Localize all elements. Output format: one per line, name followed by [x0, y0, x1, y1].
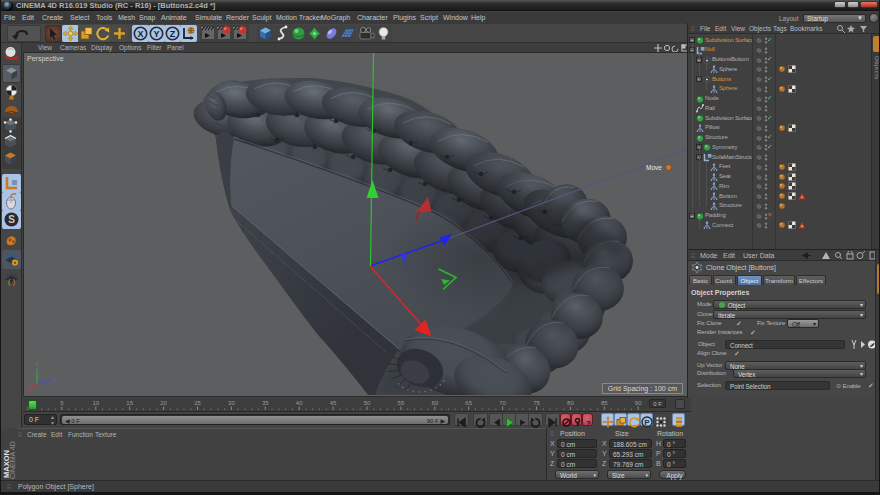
- svg-text:X: X: [26, 385, 30, 391]
- svg-text:25: 25: [194, 400, 201, 406]
- svg-text:S: S: [8, 214, 15, 225]
- svg-text:P: P: [644, 418, 650, 427]
- svg-text:50: 50: [364, 400, 371, 406]
- svg-text:15: 15: [126, 400, 133, 406]
- svg-text:75: 75: [533, 400, 540, 406]
- svg-text:85: 85: [601, 400, 608, 406]
- svg-text:X: X: [137, 29, 143, 39]
- svg-text:Z: Z: [170, 29, 176, 39]
- svg-text:45: 45: [330, 400, 337, 406]
- svg-text:55: 55: [398, 400, 405, 406]
- svg-text:?: ?: [586, 419, 591, 428]
- svg-text:Y: Y: [35, 362, 39, 368]
- svg-text:65: 65: [465, 400, 472, 406]
- svg-text:5: 5: [60, 400, 64, 406]
- svg-text:Y: Y: [153, 29, 159, 39]
- svg-text:60: 60: [431, 400, 438, 406]
- svg-text:40: 40: [296, 400, 303, 406]
- svg-text:( ): ( ): [8, 277, 16, 286]
- svg-text:10: 10: [92, 400, 99, 406]
- svg-text:70: 70: [499, 400, 506, 406]
- svg-text:20: 20: [160, 400, 167, 406]
- svg-text:80: 80: [567, 400, 574, 406]
- svg-text:35: 35: [262, 400, 269, 406]
- svg-text:30: 30: [228, 400, 235, 406]
- svg-text:Z: Z: [53, 377, 57, 383]
- svg-text:90: 90: [635, 400, 642, 406]
